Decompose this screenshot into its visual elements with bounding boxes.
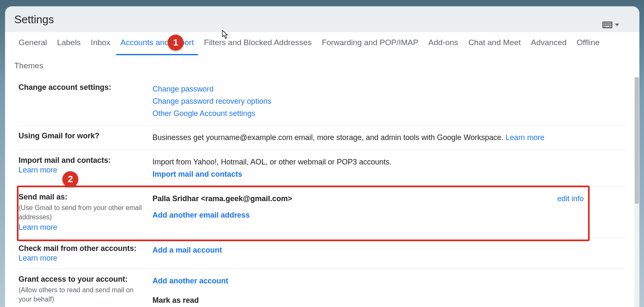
chevron-down-icon — [615, 24, 619, 26]
workspace-learn-more-link[interactable]: Learn more — [505, 133, 544, 142]
tab-accounts-and-import[interactable]: Accounts and Import — [116, 32, 198, 55]
settings-content: Change account settings: Change password… — [5, 77, 639, 307]
section-import-mail: Import mail and contacts: Learn more Imp… — [19, 150, 626, 187]
settings-panel: Settings — [5, 6, 639, 307]
change-password-link[interactable]: Change password — [152, 85, 214, 93]
section-change-account: Change account settings: Change password… — [19, 77, 626, 126]
input-tools-dropdown[interactable] — [602, 22, 619, 28]
import-mail-title: Import mail and contacts: — [19, 156, 146, 165]
tab-labels[interactable]: Labels — [53, 32, 85, 55]
svg-rect-15 — [610, 26, 612, 27]
svg-rect-13 — [604, 26, 605, 27]
mark-as-read-label: Mark as read — [152, 294, 626, 307]
annotation-badge-1: 1 — [168, 35, 184, 51]
import-mail-text: Import from Yahoo!, Hotmail, AOL, or oth… — [152, 156, 626, 168]
svg-rect-8 — [605, 24, 606, 25]
svg-rect-4 — [608, 23, 609, 24]
import-mail-action-link[interactable]: Import mail and contacts — [152, 170, 242, 178]
check-mail-learn-more-link[interactable]: Learn more — [19, 254, 57, 263]
svg-rect-1 — [604, 23, 604, 24]
section-send-mail-as: Send mail as: (Use Gmail to send from yo… — [19, 187, 626, 238]
svg-rect-12 — [611, 24, 612, 25]
svg-rect-7 — [604, 24, 604, 25]
send-mail-as-title: Send mail as: — [19, 193, 146, 202]
add-another-email-link[interactable]: Add another email address — [152, 211, 250, 219]
annotation-badge-2: 2 — [62, 171, 78, 187]
section-grant-access: Grant access to your account: (Allow oth… — [19, 269, 626, 307]
send-mail-as-learn-more-link[interactable]: Learn more — [19, 223, 57, 232]
tab-chat-meet[interactable]: Chat and Meet — [464, 32, 525, 55]
send-mail-as-identity: Palla Sridhar <rama.geek@gmail.com> — [152, 193, 292, 205]
svg-rect-11 — [609, 24, 610, 25]
tab-forwarding[interactable]: Forwarding and POP/IMAP — [318, 32, 422, 55]
tab-addons[interactable]: Add-ons — [424, 32, 462, 55]
edit-info-link[interactable]: edit info — [557, 193, 584, 205]
send-mail-as-subtitle: (Use Gmail to send from your other email… — [19, 203, 146, 222]
change-recovery-link[interactable]: Change password recovery options — [152, 97, 271, 105]
grant-access-subtitle: (Allow others to read and send mail on y… — [19, 285, 146, 304]
svg-rect-2 — [605, 23, 606, 24]
scrollbar-thumb[interactable] — [635, 77, 639, 204]
svg-rect-5 — [609, 23, 610, 24]
page-title: Settings — [14, 13, 630, 26]
svg-rect-6 — [611, 23, 612, 24]
keyboard-icon — [602, 22, 612, 28]
check-mail-title: Check mail from other accounts: — [19, 244, 146, 253]
tab-offline[interactable]: Offline — [572, 32, 604, 55]
grant-access-title: Grant access to your account: — [19, 275, 146, 284]
svg-rect-14 — [605, 26, 609, 27]
tab-advanced[interactable]: Advanced — [527, 32, 571, 55]
svg-rect-9 — [607, 24, 607, 25]
tabs-nav: General Labels Inbox Accounts and Import… — [5, 32, 639, 78]
svg-rect-3 — [607, 23, 607, 24]
svg-rect-10 — [608, 24, 609, 25]
cursor-icon — [222, 30, 229, 41]
scrollbar[interactable] — [634, 77, 639, 307]
section-check-mail: Check mail from other accounts: Learn mo… — [19, 238, 626, 269]
tab-general[interactable]: General — [14, 32, 51, 55]
add-mail-account-link[interactable]: Add a mail account — [152, 246, 222, 254]
change-account-title: Change account settings: — [19, 83, 146, 92]
import-mail-learn-more-link[interactable]: Learn more — [19, 166, 57, 175]
other-account-settings-link[interactable]: Other Google Account settings — [152, 109, 255, 118]
add-another-account-link[interactable]: Add another account — [152, 277, 228, 285]
tab-filters[interactable]: Filters and Blocked Addresses — [200, 32, 316, 55]
tab-themes[interactable]: Themes — [14, 55, 630, 78]
using-for-work-text: Businesses get yourname@example.com emai… — [152, 133, 505, 142]
using-for-work-title: Using Gmail for work? — [19, 132, 146, 140]
settings-header: Settings — [5, 6, 639, 32]
tab-inbox[interactable]: Inbox — [87, 32, 115, 55]
section-using-for-work: Using Gmail for work? Businesses get you… — [19, 126, 626, 150]
